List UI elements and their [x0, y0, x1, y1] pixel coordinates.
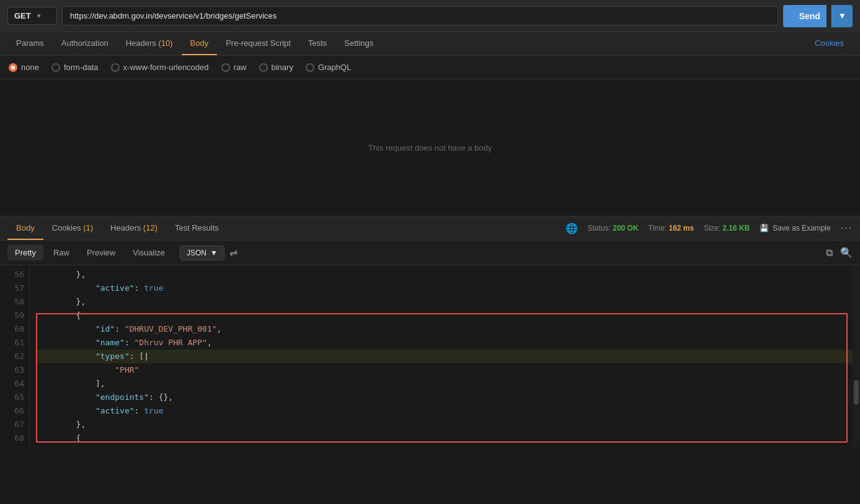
- body-type-none[interactable]: none: [9, 63, 39, 72]
- ln-63: 63: [5, 363, 24, 377]
- body-type-raw[interactable]: raw: [221, 63, 247, 72]
- copy-button[interactable]: ⧉: [826, 247, 833, 259]
- ln-67: 67: [5, 418, 24, 431]
- size-value: 2.16 KB: [722, 224, 750, 232]
- code-area[interactable]: 56 57 58 59 60 61 62 63 64 65 66 67 68: [0, 265, 860, 448]
- body-type-urlencoded[interactable]: x-www-form-urlencoded: [111, 63, 209, 72]
- format-raw[interactable]: Raw: [46, 245, 77, 260]
- code-line-64: ],: [37, 377, 853, 391]
- radio-graphql: [306, 63, 314, 72]
- code-line-68: {: [37, 431, 853, 445]
- code-content: }, "active": true },: [30, 265, 860, 448]
- ln-56: 56: [5, 268, 24, 281]
- code-line-58: },: [37, 295, 853, 309]
- body-type-binary[interactable]: binary: [259, 63, 293, 72]
- save-icon: 💾: [760, 224, 769, 232]
- cookies-badge: (1): [83, 223, 93, 232]
- save-as-example-button[interactable]: 💾 Save as Example: [760, 224, 830, 232]
- ln-60: 60: [5, 322, 24, 336]
- status-value: 200 OK: [613, 224, 638, 232]
- resp-tab-headers[interactable]: Headers (12): [102, 217, 166, 240]
- code-line-57: "active": true: [37, 281, 853, 295]
- chevron-json-icon: ▼: [210, 249, 218, 257]
- format-pretty[interactable]: Pretty: [7, 245, 43, 260]
- time-label-text: Time:: [649, 224, 667, 232]
- status-label-text: Status:: [588, 224, 611, 232]
- method-label: GET: [14, 11, 31, 20]
- response-meta: 🌐 Status: 200 OK Time: 162 ms Size: 2.16…: [565, 223, 853, 234]
- line-numbers: 56 57 58 59 60 61 62 63 64 65 66 67 68: [0, 265, 30, 448]
- empty-body-text: This request does not have a body: [368, 143, 492, 153]
- code-line-63: "PHR": [37, 363, 853, 377]
- save-example-label: Save as Example: [773, 224, 830, 232]
- radio-none: [9, 63, 17, 72]
- tab-pre-request[interactable]: Pre-request Script: [217, 32, 299, 55]
- radio-urlencoded: [111, 63, 120, 72]
- code-lines: 56 57 58 59 60 61 62 63 64 65 66 67 68: [0, 265, 860, 448]
- chevron-down-icon: ▼: [36, 12, 42, 19]
- scrollbar-track[interactable]: [853, 265, 860, 448]
- request-tabs: Params Authorization Headers (10) Body P…: [0, 32, 860, 56]
- tab-settings[interactable]: Settings: [335, 32, 382, 55]
- search-button[interactable]: 🔍: [840, 247, 853, 259]
- tab-params[interactable]: Params: [7, 32, 53, 55]
- body-type-form-data-label: form-data: [64, 63, 99, 72]
- radio-binary: [259, 63, 268, 72]
- json-format-select[interactable]: JSON ▼: [180, 245, 224, 260]
- send-button[interactable]: Send: [783, 5, 827, 27]
- resp-headers-badge: (12): [143, 223, 157, 232]
- body-type-bar: none form-data x-www-form-urlencoded raw…: [0, 56, 860, 79]
- ln-59: 59: [5, 309, 24, 322]
- code-line-56: },: [37, 268, 853, 281]
- tab-authorization[interactable]: Authorization: [53, 32, 117, 55]
- body-type-none-label: none: [21, 63, 39, 72]
- tab-tests[interactable]: Tests: [299, 32, 335, 55]
- scrollbar-thumb[interactable]: [854, 380, 859, 405]
- ln-68: 68: [5, 431, 24, 445]
- more-options-button[interactable]: ···: [841, 223, 853, 234]
- code-line-61: "name": "Dhruv PHR APP",: [37, 336, 853, 350]
- body-type-form-data[interactable]: form-data: [51, 63, 99, 72]
- url-input[interactable]: [62, 6, 778, 25]
- resp-tab-test-results[interactable]: Test Results: [166, 217, 228, 240]
- send-dropdown-button[interactable]: ▼: [831, 5, 853, 27]
- top-section: GET ▼ Send ▼ Params Authorization Header…: [0, 0, 860, 216]
- tab-body[interactable]: Body: [182, 32, 218, 55]
- response-section: Body Cookies (1) Headers (12) Test Resul…: [0, 216, 860, 504]
- code-line-60: "id": "DHRUV_DEV_PHR_001",: [37, 322, 853, 336]
- ln-66: 66: [5, 404, 24, 418]
- wrap-button[interactable]: ⇌: [229, 247, 237, 259]
- json-format-label: JSON: [187, 249, 206, 257]
- resp-tab-body[interactable]: Body: [7, 217, 43, 240]
- time-value: 162 ms: [669, 224, 694, 232]
- ln-61: 61: [5, 336, 24, 350]
- code-line-65: "endpoints": {},: [37, 391, 853, 404]
- response-format-bar: Pretty Raw Preview Visualize JSON ▼ ⇌ ⧉ …: [0, 241, 860, 265]
- body-type-urlencoded-label: x-www-form-urlencoded: [123, 63, 209, 72]
- globe-icon: 🌐: [565, 223, 578, 234]
- main-layout: GET ▼ Send ▼ Params Authorization Header…: [0, 0, 860, 504]
- body-type-graphql-label: GraphQL: [318, 63, 351, 72]
- resp-tab-cookies[interactable]: Cookies (1): [43, 217, 102, 240]
- cookies-link[interactable]: Cookies: [806, 32, 853, 55]
- body-type-raw-label: raw: [234, 63, 247, 72]
- request-bar: GET ▼ Send ▼: [0, 0, 860, 32]
- tab-headers[interactable]: Headers (10): [117, 32, 182, 55]
- empty-body-message: This request does not have a body: [0, 79, 860, 216]
- body-type-graphql[interactable]: GraphQL: [306, 63, 351, 72]
- code-line-67: },: [37, 418, 853, 431]
- ln-64: 64: [5, 377, 24, 391]
- ln-65: 65: [5, 391, 24, 404]
- format-visualize[interactable]: Visualize: [125, 245, 172, 260]
- radio-raw: [221, 63, 230, 72]
- method-select[interactable]: GET ▼: [7, 7, 57, 25]
- body-type-binary-label: binary: [272, 63, 293, 72]
- time-label: Time: 162 ms: [649, 224, 694, 232]
- size-label-text: Size:: [704, 224, 720, 232]
- ln-58: 58: [5, 295, 24, 309]
- format-preview[interactable]: Preview: [79, 245, 123, 260]
- radio-form-data: [51, 63, 60, 72]
- status-label: Status: 200 OK: [588, 224, 639, 232]
- code-line-66: "active": true: [37, 404, 853, 418]
- ln-62: 62: [5, 350, 24, 363]
